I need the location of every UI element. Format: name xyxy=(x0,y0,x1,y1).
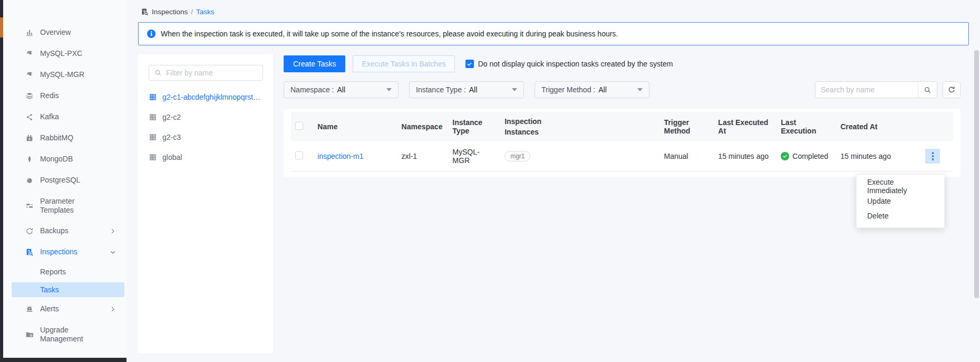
server-icon xyxy=(149,113,157,121)
cluster-item-global[interactable]: global xyxy=(149,147,263,167)
chevron-right-icon xyxy=(110,306,116,312)
trigger-method-select[interactable]: Trigger Method : All xyxy=(535,81,649,98)
upgrade-icon xyxy=(25,330,34,339)
sidebar-item-label: Reports xyxy=(40,268,66,276)
cluster-filter-box xyxy=(149,65,263,81)
info-icon: i xyxy=(147,30,156,38)
cell-trigger-method: Manual xyxy=(660,141,714,171)
cell-instance-type: MySQL-MGR xyxy=(448,141,500,171)
sidebar-item-label: MySQL-MGR xyxy=(40,70,84,80)
server-icon xyxy=(149,153,157,161)
search-box xyxy=(815,81,937,98)
sidebar-item-mysql-pxc[interactable]: MySQL-PXC xyxy=(3,43,127,64)
row-checkbox[interactable] xyxy=(295,151,303,159)
sidebar-item-label: MySQL-PXC xyxy=(40,49,82,59)
hide-quick-tasks-checkbox-wrap: Do not display quick inspection tasks cr… xyxy=(465,60,673,68)
sidebar-item-backups[interactable]: Backups xyxy=(3,221,127,242)
toolbar: Create Tasks Execute Tasks in Batches Do… xyxy=(284,55,960,72)
search-button[interactable] xyxy=(918,82,937,98)
cluster-item-g2-c2[interactable]: g2-c2 xyxy=(149,107,263,127)
cluster-list: g2-c1-abcdefghijklmnopqrstuvwx... g2-c2 … xyxy=(149,87,263,167)
menu-item-execute-immediately[interactable]: Execute Immediately xyxy=(857,179,944,194)
status-badge: Completed xyxy=(781,152,832,160)
column-header-last-executed-at: Last Executed At xyxy=(714,112,777,141)
nodes-icon xyxy=(25,113,34,121)
column-header-inspection-instances: Inspection Instances xyxy=(500,112,659,141)
task-name-link[interactable]: inspection-m1 xyxy=(317,152,363,160)
sidebar-item-rabbitmq[interactable]: RabbitMQ xyxy=(3,128,127,149)
breadcrumb: Inspections / Tasks xyxy=(127,0,980,17)
sidebar-item-label: Upgrade Management xyxy=(40,326,91,344)
cluster-name: global xyxy=(162,153,182,161)
sidebar-item-tasks[interactable]: Tasks xyxy=(12,282,124,297)
row-actions-menu: Execute Immediately Update Delete xyxy=(856,174,945,228)
tasks-table: Name Namespace Instance Type Inspection … xyxy=(291,112,953,172)
sidebar-item-overview[interactable]: Overview xyxy=(3,22,127,43)
sidebar-item-alerts[interactable]: Alerts xyxy=(3,299,127,320)
sidebar-item-label: Backups xyxy=(40,226,69,236)
window-edge-strip xyxy=(0,0,3,362)
namespace-select[interactable]: Namespace : All xyxy=(284,81,399,98)
sidebar-item-label: Tasks xyxy=(40,285,59,294)
chevron-down-icon xyxy=(110,249,116,255)
info-banner-text: When the inspection task is executed, it… xyxy=(161,30,618,38)
tasks-work-area: Create Tasks Execute Tasks in Batches Do… xyxy=(284,54,960,177)
sidebar: Overview MySQL-PXC MySQL-MGR Redis Kafka… xyxy=(3,0,127,358)
breadcrumb-inspections[interactable]: Inspections xyxy=(152,8,188,16)
caret-down-icon xyxy=(386,88,392,91)
chevron-right-icon xyxy=(110,228,116,234)
sidebar-item-kafka[interactable]: Kafka xyxy=(3,107,127,128)
instance-chip: mgr1 xyxy=(504,151,530,161)
backup-icon xyxy=(25,227,34,235)
checkbox-label: Do not display quick inspection tasks cr… xyxy=(478,60,673,68)
sidebar-item-mongodb[interactable]: MongoDB xyxy=(3,149,127,170)
caret-down-icon xyxy=(637,88,643,91)
server-icon xyxy=(149,93,157,101)
instance-type-select-label: Instance Type : xyxy=(416,85,466,94)
cluster-item-g2-c1[interactable]: g2-c1-abcdefghijklmnopqrstuvwx... xyxy=(149,87,263,107)
cluster-name: g2-c2 xyxy=(162,113,181,121)
edge-scrollbar-thumb[interactable] xyxy=(0,17,3,37)
select-all-checkbox[interactable] xyxy=(295,122,303,130)
sidebar-item-inspections[interactable]: Inspections xyxy=(3,242,127,263)
layers-icon xyxy=(25,92,34,100)
menu-item-delete[interactable]: Delete xyxy=(857,208,944,223)
column-header-last-execution: Last Execution xyxy=(777,112,836,141)
cluster-filter-input[interactable] xyxy=(166,69,257,77)
page-scrollbar-thumb[interactable] xyxy=(974,50,979,298)
menu-item-update[interactable]: Update xyxy=(857,194,944,208)
trigger-method-select-value: All xyxy=(598,85,607,94)
table-row: inspection-m1 zxl-1 MySQL-MGR mgr1 Manua… xyxy=(291,141,953,171)
execute-batches-button[interactable]: Execute Tasks in Batches xyxy=(353,55,454,72)
sidebar-item-mysql-mgr[interactable]: MySQL-MGR xyxy=(3,64,127,85)
sidebar-item-label: MongoDB xyxy=(40,155,73,164)
refresh-button[interactable] xyxy=(943,81,960,98)
inspection-icon xyxy=(141,8,149,16)
namespace-select-label: Namespace : xyxy=(290,85,334,94)
row-more-actions-button[interactable] xyxy=(925,149,940,164)
checkbox-checked[interactable] xyxy=(465,60,474,68)
rabbitmq-icon xyxy=(25,134,34,142)
sidebar-item-parameter-templates[interactable]: Parameter Templates xyxy=(3,191,127,221)
parameter-icon xyxy=(25,202,34,210)
sidebar-item-label: Overview xyxy=(40,28,71,37)
cluster-name: g2-c3 xyxy=(162,133,181,141)
instance-type-select[interactable]: Instance Type : All xyxy=(409,81,524,98)
sidebar-item-upgrade-management[interactable]: Upgrade Management xyxy=(3,320,127,349)
table-header-row: Name Namespace Instance Type Inspection … xyxy=(291,112,953,141)
filter-row: Namespace : All Instance Type : All Trig… xyxy=(284,81,960,98)
success-check-icon xyxy=(781,152,789,160)
caret-down-icon xyxy=(512,88,517,91)
sidebar-item-postgresql[interactable]: PostgreSQL xyxy=(3,170,127,191)
create-tasks-button[interactable]: Create Tasks xyxy=(284,55,345,72)
dolphin-icon xyxy=(25,50,34,58)
column-header-instance-type: Instance Type xyxy=(448,112,500,141)
breadcrumb-tasks[interactable]: Tasks xyxy=(196,8,215,16)
sidebar-item-redis[interactable]: Redis xyxy=(3,85,127,107)
sidebar-item-reports[interactable]: Reports xyxy=(3,263,127,281)
search-input[interactable] xyxy=(816,85,918,94)
cluster-item-g2-c3[interactable]: g2-c3 xyxy=(149,127,263,147)
sidebar-item-label: Parameter Templates xyxy=(40,197,91,215)
sidebar-item-label: PostgreSQL xyxy=(40,176,80,185)
elephant-icon xyxy=(25,176,34,185)
